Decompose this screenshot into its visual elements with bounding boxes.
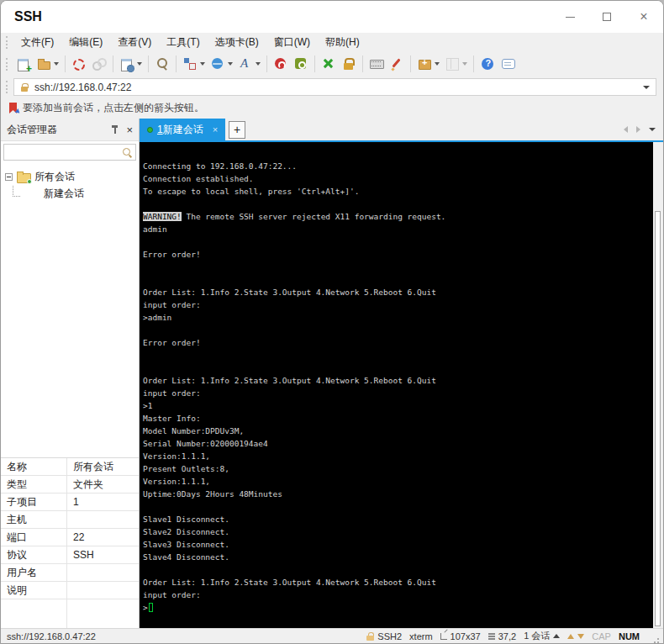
layout-dropdown-icon[interactable] <box>462 62 467 66</box>
scrollbar-thumb[interactable] <box>655 211 661 626</box>
tab-scroll-left-icon[interactable] <box>624 126 628 133</box>
compose-button[interactable] <box>181 55 207 73</box>
status-session-count[interactable]: 1 会话 <box>524 630 560 642</box>
property-value: 22 <box>67 531 139 543</box>
encoding-button[interactable] <box>292 55 310 73</box>
address-input[interactable]: ssh://192.168.0.47:22 <box>13 78 656 96</box>
compose-icon <box>182 56 198 71</box>
panel-close-icon[interactable]: × <box>126 124 133 135</box>
terminal-line <box>143 563 653 576</box>
new-terminal-dropdown-icon[interactable] <box>435 62 440 66</box>
lock-icon <box>20 83 29 92</box>
terminal-line: input order: <box>143 298 653 311</box>
menu-items: 文件(F)编辑(E)查看(V)工具(T)选项卡(B)窗口(W)帮助(H) <box>13 34 367 51</box>
session-manager-panel: 会话管理器 × 所有会话 新建会话 名称所有会话类型文件夹子项目1主机 <box>1 119 140 628</box>
session-search-input[interactable] <box>8 146 122 158</box>
terminal-line <box>143 349 653 362</box>
terminal-line: Connecting to 192.168.0.47:22... <box>143 160 653 172</box>
property-row-3: 主机 <box>1 511 139 529</box>
tab-list-dropdown-icon[interactable] <box>649 128 656 131</box>
collapse-icon[interactable] <box>5 173 13 181</box>
terminal-line <box>143 362 653 374</box>
tree-item-all-sessions[interactable]: 所有会话 <box>1 168 139 185</box>
minimize-button[interactable] <box>564 11 576 23</box>
flag-icon <box>9 103 17 113</box>
status-caps-lock: CAP <box>592 631 611 641</box>
fullscreen-button[interactable] <box>319 55 338 73</box>
tab-index: 1 <box>157 124 163 135</box>
menu-item-5[interactable]: 窗口(W) <box>266 34 318 51</box>
compose-dropdown-icon[interactable] <box>200 62 205 66</box>
menu-item-4[interactable]: 选项卡(B) <box>208 34 266 51</box>
scroll-up-icon[interactable] <box>567 634 574 639</box>
title-bar: SSH × <box>1 1 663 33</box>
find-icon <box>155 56 170 71</box>
terminal-scrollbar[interactable] <box>653 142 663 628</box>
tab-close-icon[interactable]: × <box>213 124 218 135</box>
status-scroll-arrows[interactable] <box>567 634 584 639</box>
web-dropdown-icon[interactable] <box>228 62 233 66</box>
quick-command-button[interactable] <box>387 55 406 73</box>
toolbar-icons <box>13 55 518 73</box>
reconnect-button[interactable] <box>90 55 108 73</box>
layout-button[interactable] <box>443 55 469 73</box>
search-icon[interactable] <box>122 147 132 157</box>
font-button[interactable] <box>236 55 262 73</box>
terminal-line: Model Number:DPDUv3M, <box>143 425 653 437</box>
address-dropdown-icon[interactable] <box>643 86 650 89</box>
toolbar-separator <box>176 55 177 72</box>
feedback-button[interactable] <box>498 55 517 73</box>
menu-item-2[interactable]: 查看(V) <box>110 34 159 51</box>
open-session-dropdown-icon[interactable] <box>54 62 59 66</box>
resize-grip[interactable] <box>652 633 659 640</box>
new-tab-button[interactable]: + <box>229 121 245 139</box>
toolbar-drag-handle[interactable] <box>6 58 8 71</box>
color-scheme-button[interactable] <box>271 55 290 73</box>
open-session-icon <box>36 56 51 71</box>
close-button[interactable]: × <box>638 11 650 23</box>
pin-icon[interactable] <box>111 124 119 135</box>
lock-screen-button[interactable] <box>340 55 358 73</box>
tree-item-new-session[interactable]: 新建会话 <box>1 185 139 202</box>
session-properties-dropdown-icon[interactable] <box>137 62 142 66</box>
tab-new-session[interactable]: 1新建会话 × <box>140 119 225 140</box>
status-bar: ssh://192.168.0.47:22 SSH2 xterm 107x37 … <box>1 628 663 643</box>
menu-item-1[interactable]: 编辑(E) <box>61 34 110 51</box>
disconnect-button[interactable] <box>70 55 88 73</box>
addressbar-drag-handle[interactable] <box>6 81 8 93</box>
terminal-output[interactable]: Connecting to 192.168.0.47:22...Connecti… <box>140 142 653 628</box>
new-session-button[interactable] <box>14 55 33 73</box>
property-row-5: 协议SSH <box>1 546 139 564</box>
tree-child-label: 新建会话 <box>44 187 84 201</box>
scroll-down-icon[interactable] <box>577 634 584 639</box>
help-button[interactable] <box>478 55 497 73</box>
session-properties-button[interactable] <box>118 55 144 73</box>
status-num-lock: NUM <box>619 631 640 641</box>
session-tree: 所有会话 新建会话 <box>1 163 139 457</box>
terminal-line: input order: <box>143 387 653 399</box>
menu-item-3[interactable]: 工具(T) <box>159 34 207 51</box>
menubar-drag-handle[interactable] <box>6 36 8 49</box>
font-dropdown-icon[interactable] <box>256 62 261 66</box>
encoding-icon <box>293 56 308 71</box>
menu-item-0[interactable]: 文件(F) <box>13 34 61 51</box>
terminal-line: Slave2 Disconnect. <box>143 525 653 538</box>
virtual-keyboard-icon <box>369 56 384 71</box>
toolbar-separator <box>65 55 66 72</box>
terminal-line: Slave4 Disconnect. <box>143 551 653 563</box>
font-icon <box>238 56 253 71</box>
session-manager-title: 会话管理器 <box>7 123 103 137</box>
new-terminal-button[interactable] <box>415 55 441 73</box>
find-button[interactable] <box>153 55 171 73</box>
session-count-dropdown-icon[interactable] <box>553 634 560 638</box>
virtual-keyboard-button[interactable] <box>367 55 386 73</box>
menu-bar: 文件(F)编辑(E)查看(V)工具(T)选项卡(B)窗口(W)帮助(H) <box>1 33 663 51</box>
maximize-button[interactable] <box>601 11 613 23</box>
property-value: 文件夹 <box>67 478 139 492</box>
status-right: SSH2 xterm 107x37 37,2 1 会话 CAP NUM <box>366 630 659 642</box>
web-button[interactable] <box>208 55 235 73</box>
tab-scroll-right-icon[interactable] <box>636 126 640 133</box>
open-session-button[interactable] <box>34 55 61 73</box>
property-value: 所有会话 <box>67 460 139 474</box>
menu-item-6[interactable]: 帮助(H) <box>318 34 367 51</box>
